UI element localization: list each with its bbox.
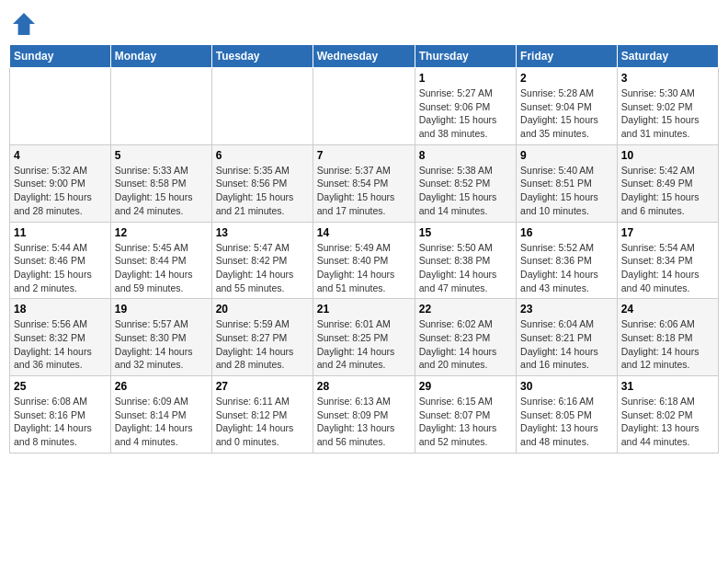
- header-friday: Friday: [517, 45, 618, 68]
- day-number: 25: [14, 380, 107, 393]
- calendar-cell: 15Sunrise: 5:50 AM Sunset: 8:38 PM Dayli…: [415, 222, 516, 299]
- day-info: Sunrise: 5:33 AM Sunset: 8:58 PM Dayligh…: [115, 164, 208, 218]
- day-number: 13: [216, 226, 309, 239]
- day-info: Sunrise: 5:40 AM Sunset: 8:51 PM Dayligh…: [520, 164, 613, 218]
- day-number: 11: [14, 226, 107, 239]
- calendar-cell: 28Sunrise: 6:13 AM Sunset: 8:09 PM Dayli…: [313, 376, 415, 454]
- calendar-cell: [211, 68, 313, 145]
- svg-marker-0: [13, 13, 35, 35]
- calendar-week-row: 11Sunrise: 5:44 AM Sunset: 8:46 PM Dayli…: [10, 222, 719, 299]
- calendar-cell: [313, 68, 415, 145]
- calendar-cell: 19Sunrise: 5:57 AM Sunset: 8:30 PM Dayli…: [110, 299, 211, 376]
- calendar-cell: 27Sunrise: 6:11 AM Sunset: 8:12 PM Dayli…: [211, 376, 313, 454]
- calendar-cell: 6Sunrise: 5:35 AM Sunset: 8:56 PM Daylig…: [211, 144, 313, 222]
- day-info: Sunrise: 5:44 AM Sunset: 8:46 PM Dayligh…: [14, 241, 107, 295]
- day-info: Sunrise: 5:28 AM Sunset: 9:04 PM Dayligh…: [520, 86, 613, 141]
- day-info: Sunrise: 5:54 AM Sunset: 8:34 PM Dayligh…: [621, 241, 714, 295]
- calendar-cell: 10Sunrise: 5:42 AM Sunset: 8:49 PM Dayli…: [617, 144, 718, 222]
- day-number: 10: [621, 149, 714, 162]
- calendar-cell: 31Sunrise: 6:18 AM Sunset: 8:02 PM Dayli…: [617, 376, 718, 454]
- day-number: 8: [419, 149, 512, 162]
- day-number: 19: [115, 303, 208, 316]
- day-info: Sunrise: 5:35 AM Sunset: 8:56 PM Dayligh…: [216, 164, 309, 218]
- day-info: Sunrise: 6:18 AM Sunset: 8:02 PM Dayligh…: [621, 395, 714, 449]
- day-number: 14: [317, 226, 411, 239]
- day-number: 16: [520, 226, 613, 239]
- calendar-cell: 14Sunrise: 5:49 AM Sunset: 8:40 PM Dayli…: [313, 222, 415, 299]
- page-header: [9, 9, 719, 39]
- day-info: Sunrise: 5:30 AM Sunset: 9:02 PM Dayligh…: [621, 86, 714, 141]
- calendar-header-row: SundayMondayTuesdayWednesdayThursdayFrid…: [10, 45, 719, 68]
- day-info: Sunrise: 5:37 AM Sunset: 8:54 PM Dayligh…: [317, 164, 411, 218]
- header-tuesday: Tuesday: [211, 45, 313, 68]
- calendar-cell: 21Sunrise: 6:01 AM Sunset: 8:25 PM Dayli…: [313, 299, 415, 376]
- calendar-cell: 16Sunrise: 5:52 AM Sunset: 8:36 PM Dayli…: [517, 222, 618, 299]
- calendar-cell: 18Sunrise: 5:56 AM Sunset: 8:32 PM Dayli…: [10, 299, 111, 376]
- calendar-week-row: 25Sunrise: 6:08 AM Sunset: 8:16 PM Dayli…: [10, 376, 719, 454]
- day-number: 5: [115, 149, 208, 162]
- day-number: 29: [419, 380, 512, 393]
- day-info: Sunrise: 5:27 AM Sunset: 9:06 PM Dayligh…: [419, 86, 512, 141]
- calendar-cell: 9Sunrise: 5:40 AM Sunset: 8:51 PM Daylig…: [517, 144, 618, 222]
- calendar-cell: 20Sunrise: 5:59 AM Sunset: 8:27 PM Dayli…: [211, 299, 313, 376]
- header-monday: Monday: [110, 45, 211, 68]
- day-number: 21: [317, 303, 411, 316]
- header-wednesday: Wednesday: [313, 45, 415, 68]
- day-number: 2: [520, 72, 613, 85]
- day-number: 31: [621, 380, 714, 393]
- day-info: Sunrise: 6:02 AM Sunset: 8:23 PM Dayligh…: [419, 317, 512, 372]
- day-info: Sunrise: 5:32 AM Sunset: 9:00 PM Dayligh…: [14, 164, 107, 218]
- header-saturday: Saturday: [617, 45, 718, 68]
- day-number: 28: [317, 380, 411, 393]
- calendar-cell: [110, 68, 211, 145]
- day-info: Sunrise: 6:01 AM Sunset: 8:25 PM Dayligh…: [317, 317, 411, 372]
- day-info: Sunrise: 5:50 AM Sunset: 8:38 PM Dayligh…: [419, 241, 512, 295]
- calendar-cell: 22Sunrise: 6:02 AM Sunset: 8:23 PM Dayli…: [415, 299, 516, 376]
- day-number: 22: [419, 303, 512, 316]
- calendar-cell: [10, 68, 111, 145]
- logo: [9, 9, 42, 39]
- day-info: Sunrise: 5:59 AM Sunset: 8:27 PM Dayligh…: [216, 317, 309, 372]
- logo-icon: [9, 9, 39, 39]
- day-number: 15: [419, 226, 512, 239]
- header-sunday: Sunday: [10, 45, 111, 68]
- day-number: 6: [216, 149, 309, 162]
- calendar-table: SundayMondayTuesdayWednesdayThursdayFrid…: [9, 44, 719, 454]
- day-info: Sunrise: 5:56 AM Sunset: 8:32 PM Dayligh…: [14, 317, 107, 372]
- day-info: Sunrise: 5:45 AM Sunset: 8:44 PM Dayligh…: [115, 241, 208, 295]
- day-number: 27: [216, 380, 309, 393]
- day-info: Sunrise: 6:15 AM Sunset: 8:07 PM Dayligh…: [419, 395, 512, 449]
- day-info: Sunrise: 6:09 AM Sunset: 8:14 PM Dayligh…: [115, 395, 208, 449]
- calendar-cell: 2Sunrise: 5:28 AM Sunset: 9:04 PM Daylig…: [517, 68, 618, 145]
- day-number: 1: [419, 72, 512, 85]
- day-number: 7: [317, 149, 411, 162]
- calendar-cell: 5Sunrise: 5:33 AM Sunset: 8:58 PM Daylig…: [110, 144, 211, 222]
- calendar-cell: 1Sunrise: 5:27 AM Sunset: 9:06 PM Daylig…: [415, 68, 516, 145]
- day-info: Sunrise: 5:47 AM Sunset: 8:42 PM Dayligh…: [216, 241, 309, 295]
- day-number: 26: [115, 380, 208, 393]
- calendar-cell: 11Sunrise: 5:44 AM Sunset: 8:46 PM Dayli…: [10, 222, 111, 299]
- day-info: Sunrise: 6:08 AM Sunset: 8:16 PM Dayligh…: [14, 395, 107, 449]
- calendar-week-row: 18Sunrise: 5:56 AM Sunset: 8:32 PM Dayli…: [10, 299, 719, 376]
- calendar-cell: 26Sunrise: 6:09 AM Sunset: 8:14 PM Dayli…: [110, 376, 211, 454]
- day-info: Sunrise: 5:57 AM Sunset: 8:30 PM Dayligh…: [115, 317, 208, 372]
- calendar-week-row: 4Sunrise: 5:32 AM Sunset: 9:00 PM Daylig…: [10, 144, 719, 222]
- day-number: 17: [621, 226, 714, 239]
- calendar-cell: 24Sunrise: 6:06 AM Sunset: 8:18 PM Dayli…: [617, 299, 718, 376]
- calendar-cell: 29Sunrise: 6:15 AM Sunset: 8:07 PM Dayli…: [415, 376, 516, 454]
- day-number: 3: [621, 72, 714, 85]
- day-number: 4: [14, 149, 107, 162]
- day-number: 18: [14, 303, 107, 316]
- day-info: Sunrise: 6:04 AM Sunset: 8:21 PM Dayligh…: [520, 317, 613, 372]
- calendar-cell: 12Sunrise: 5:45 AM Sunset: 8:44 PM Dayli…: [110, 222, 211, 299]
- day-number: 12: [115, 226, 208, 239]
- day-number: 20: [216, 303, 309, 316]
- calendar-cell: 30Sunrise: 6:16 AM Sunset: 8:05 PM Dayli…: [517, 376, 618, 454]
- day-info: Sunrise: 6:13 AM Sunset: 8:09 PM Dayligh…: [317, 395, 411, 449]
- header-thursday: Thursday: [415, 45, 516, 68]
- day-number: 30: [520, 380, 613, 393]
- calendar-cell: 23Sunrise: 6:04 AM Sunset: 8:21 PM Dayli…: [517, 299, 618, 376]
- calendar-week-row: 1Sunrise: 5:27 AM Sunset: 9:06 PM Daylig…: [10, 68, 719, 145]
- calendar-cell: 4Sunrise: 5:32 AM Sunset: 9:00 PM Daylig…: [10, 144, 111, 222]
- day-number: 23: [520, 303, 613, 316]
